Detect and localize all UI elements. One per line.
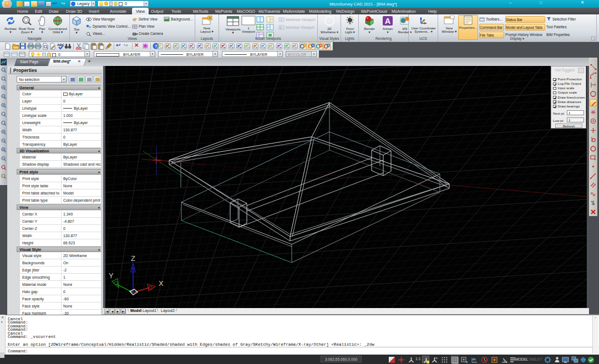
svg-text:Y: Y — [109, 271, 114, 280]
svg-text:Z: Z — [131, 254, 135, 263]
svg-text:A: A — [385, 17, 390, 25]
svg-text:X: X — [159, 279, 164, 288]
